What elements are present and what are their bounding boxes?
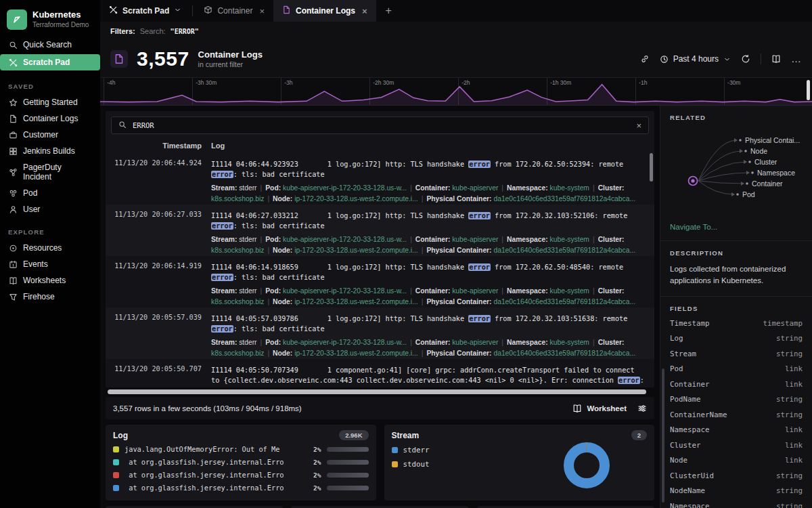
main-area: Scratch Pad Container×Container Logs× + … — [100, 0, 812, 508]
hscroll-thumb[interactable] — [108, 389, 646, 394]
sidebar-item-pagerduty-incident[interactable]: PagerDuty Incident — [0, 159, 100, 185]
sidebar-item-user[interactable]: User — [0, 201, 100, 217]
sidebar-item-label: Container Logs — [23, 114, 78, 123]
meta-link[interactable]: k8s.sockshop.biz — [211, 350, 264, 357]
meta-link[interactable]: kube-apiserver — [452, 184, 498, 192]
field-row[interactable]: ContainerNamestring — [670, 410, 803, 419]
field-row[interactable]: Streamstring — [670, 350, 803, 358]
description-text: Logs collected from containerized applic… — [670, 263, 803, 287]
dataset-header: 3,557 Container Logs in current filter P… — [100, 41, 812, 77]
meta-link[interactable]: kube-system — [550, 339, 589, 346]
log-column-header[interactable]: Log — [202, 142, 654, 150]
sidebar-item-pod[interactable]: Pod — [0, 185, 100, 201]
sidebar-item-worksheets[interactable]: Worksheets — [0, 272, 100, 289]
sidebar-item-scratch-pad[interactable]: Scratch Pad — [0, 54, 100, 70]
meta-link[interactable]: kube-apiserver-ip-172-20-33-128.us-w... — [283, 287, 407, 295]
sidebar-item-firehose[interactable]: Firehose — [0, 289, 100, 305]
time-histogram[interactable]: -4h-3h 30m-3h-2h 30m-2h-1h 30m-1h-30m — [100, 77, 812, 106]
navigate-to-link[interactable]: Navigate To... — [670, 223, 803, 231]
meta-link[interactable]: da1e0c1640c6ed331e59af7691812a4cabca... — [493, 350, 635, 357]
log-search-box[interactable]: ERROR × — [111, 117, 649, 134]
meta-link[interactable]: da1e0c1640c6ed331e59af7691812a4cabca... — [493, 195, 635, 203]
timestamp-column-header[interactable]: Timestamp — [106, 142, 202, 150]
funnel-icon — [8, 293, 18, 301]
log-card-row[interactable]: at org.glassfish.jersey.internal.Erro2% — [113, 471, 369, 479]
filter-search-value[interactable]: "ERROR" — [171, 28, 199, 35]
field-row[interactable]: Podlink — [670, 364, 803, 373]
sidebar-item-quick-search[interactable]: Quick Search — [0, 37, 100, 53]
worksheet-icon[interactable] — [771, 54, 781, 64]
log-table-row[interactable]: 11/13/20 20:06:44.924I1114 04:06:44.9239… — [106, 153, 654, 205]
table-header: Timestamp Log — [106, 140, 654, 153]
meta-link[interactable]: kube-system — [550, 184, 589, 192]
scratchpad-dropdown[interactable]: Scratch Pad — [100, 0, 190, 22]
field-row[interactable]: PodNamestring — [670, 395, 803, 404]
more-options-button[interactable]: … — [791, 56, 802, 62]
sidebar-item-jenkins-builds[interactable]: Jenkins Builds — [0, 143, 100, 159]
field-row[interactable]: Nodelink — [670, 456, 803, 465]
field-row[interactable]: Logstring — [670, 334, 803, 343]
field-row[interactable]: Timestamptimestamp — [670, 319, 803, 328]
table-settings-icon[interactable] — [637, 404, 647, 413]
meta-link[interactable]: kube-apiserver — [452, 339, 498, 346]
meta-link[interactable]: kube-apiserver-ip-172-20-33-128.us-w... — [283, 184, 407, 192]
clear-search-icon[interactable]: × — [636, 121, 641, 131]
meta-link[interactable]: kube-apiserver-ip-172-20-33-128.us-w... — [283, 339, 407, 346]
field-row[interactable]: ClusterUidstring — [670, 471, 803, 480]
field-row[interactable]: Namespacestring — [670, 502, 803, 508]
refresh-icon[interactable] — [741, 54, 750, 64]
log-table-row[interactable]: 11/13/20 20:05:57.039I1114 04:05:57.0397… — [106, 308, 654, 359]
workspace-switcher[interactable]: Kubernetes Terraformed Demo — [0, 7, 100, 37]
search-input[interactable]: ERROR — [133, 121, 630, 129]
meta-link[interactable]: ip-172-20-33-128.us-west-2.compute.i... — [294, 350, 418, 357]
meta-link[interactable]: ip-172-20-33-128.us-west-2.compute.i... — [294, 195, 418, 203]
meta-link[interactable]: k8s.sockshop.biz — [211, 247, 264, 254]
close-tab-icon[interactable]: × — [362, 6, 367, 16]
scratch-pad-icon — [109, 5, 118, 16]
share-link-icon[interactable] — [640, 54, 650, 64]
meta-link[interactable]: da1e0c1640c6ed331e59af7691812a4cabca... — [493, 298, 635, 305]
sidebar-item-getting-started[interactable]: Getting Started — [0, 94, 100, 110]
open-worksheet-button[interactable]: Worksheet — [572, 404, 627, 413]
meta-link[interactable]: kube-system — [550, 287, 589, 295]
meta-link[interactable]: ip-172-20-33-128.us-west-2.compute.i... — [294, 298, 418, 305]
meta-link[interactable]: ip-172-20-33-128.us-west-2.compute.i... — [294, 247, 418, 254]
tab-container-logs[interactable]: Container Logs× — [273, 0, 376, 22]
log-summary-card[interactable]: Log 2.96K java.lang.OutOfMemoryError: Ou… — [106, 425, 376, 501]
sidebar-item-events[interactable]: Events — [0, 256, 100, 272]
field-name: Namespace — [670, 502, 710, 508]
log-table-row[interactable]: 11/13/20 20:06:27.033I1114 04:06:27.0332… — [106, 205, 654, 256]
add-tab-button[interactable]: + — [376, 0, 401, 22]
meta-link[interactable]: k8s.sockshop.biz — [211, 298, 264, 305]
field-row[interactable]: Containerlink — [670, 380, 803, 389]
meta-link[interactable]: kube-apiserver-ip-172-20-33-128.us-w... — [283, 236, 407, 243]
molecule-icon — [8, 168, 18, 177]
meta-link[interactable]: kube-apiserver — [452, 287, 498, 295]
sidebar-item-resources[interactable]: Resources — [0, 240, 100, 256]
meta-link[interactable]: kube-system — [550, 236, 589, 243]
log-card-count-badge: 2.96K — [339, 430, 368, 440]
dataset-document-icon — [110, 50, 128, 68]
log-card-row[interactable]: java.lang.OutOfMemoryError: Out of Me2% — [113, 445, 369, 453]
log-table-row[interactable]: 11/13/20 20:06:14.919I1114 04:06:14.9186… — [106, 256, 654, 308]
sidebar-item-customer[interactable]: Customer — [0, 127, 100, 143]
field-row[interactable]: Namespacelink — [670, 425, 803, 434]
sidebar-item-container-logs[interactable]: Container Logs — [0, 110, 100, 127]
tab-container[interactable]: Container× — [195, 0, 273, 22]
meta-link[interactable]: k8s.sockshop.biz — [211, 195, 264, 203]
timeline-scrollbar[interactable] — [807, 80, 810, 100]
log-table-row[interactable]: 11/13/20 20:05:50.707I1114 04:05:50.7073… — [106, 359, 654, 387]
field-row[interactable]: NodeNamestring — [670, 486, 803, 495]
meta-label: Namespace: — [507, 184, 548, 192]
time-range-picker[interactable]: Past 4 hours — [660, 54, 731, 64]
meta-link[interactable]: da1e0c1640c6ed331e59af7691812a4cabca... — [493, 247, 635, 254]
log-card-row[interactable]: at org.glassfish.jersey.internal.Erro2% — [113, 458, 369, 466]
related-graph[interactable]: Physical Contai...NodeClusterNamespaceCo… — [670, 123, 803, 221]
close-tab-icon[interactable]: × — [259, 6, 265, 16]
field-row[interactable]: Clusterlink — [670, 441, 803, 450]
meta-link[interactable]: kube-apiserver — [452, 236, 498, 243]
table-vertical-scrollbar[interactable] — [650, 153, 653, 182]
log-card-row[interactable]: at org.glassfish.jersey.internal.Erro2% — [113, 484, 369, 492]
table-horizontal-scrollbar[interactable] — [106, 389, 654, 395]
stream-summary-card[interactable]: Stream 2 stderrstdout — [384, 425, 655, 501]
